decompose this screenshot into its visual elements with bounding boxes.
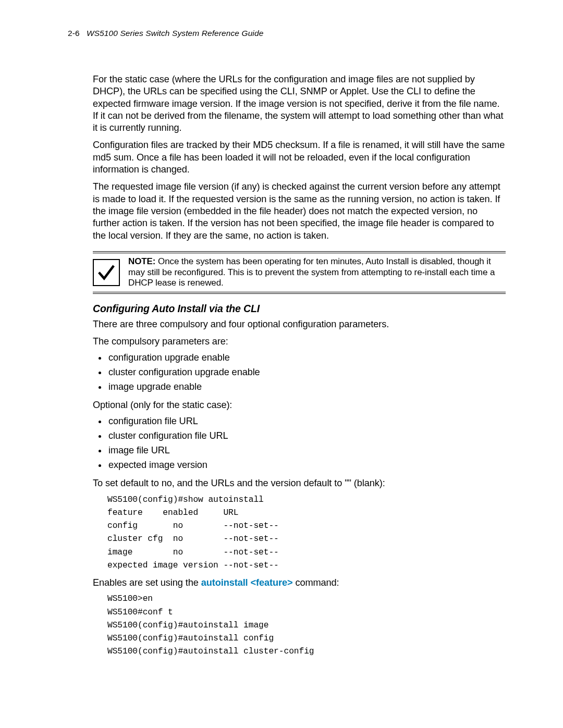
text: Enables are set using the <box>93 577 201 588</box>
paragraph: There are three compulsory and four opti… <box>93 318 506 330</box>
note-text: NOTE: Once the system has been operating… <box>128 256 506 289</box>
note-body: Once the system has been operating for t… <box>128 256 495 288</box>
text: command: <box>293 577 339 588</box>
list-item: cluster configuration upgrade enable <box>107 365 506 379</box>
paragraph: For the static case (where the URLs for … <box>93 73 506 134</box>
list-item: cluster configuration file URL <box>107 428 506 443</box>
check-icon <box>93 259 120 286</box>
paragraph: The compulsory parameters are: <box>93 336 506 348</box>
list-item: configuration upgrade enable <box>107 350 506 365</box>
paragraph: Enables are set using the autoinstall <f… <box>93 577 506 589</box>
page-number: 2-6 <box>68 29 80 38</box>
document-page: 2-6 WS5100 Series Switch System Referenc… <box>0 0 563 728</box>
list-item: expected image version <box>107 458 506 472</box>
note-callout: NOTE: Once the system has been operating… <box>93 251 506 294</box>
paragraph: Configuration files are tracked by their… <box>93 139 506 176</box>
paragraph: The requested image file version (if any… <box>93 181 506 241</box>
list-item: configuration file URL <box>107 414 506 428</box>
running-header: 2-6 WS5100 Series Switch System Referenc… <box>68 29 506 38</box>
page-body: For the static case (where the URLs for … <box>93 73 506 658</box>
cli-output: WS5100>en WS5100#conf t WS5100(config)#a… <box>107 592 506 658</box>
paragraph: Optional (only for the static case): <box>93 399 506 411</box>
note-label: NOTE: <box>128 256 155 266</box>
list-item: image upgrade enable <box>107 379 506 394</box>
paragraph: To set default to no, and the URLs and t… <box>93 477 506 489</box>
compulsory-list: configuration upgrade enable cluster con… <box>93 350 506 394</box>
doc-title: WS5100 Series Switch System Reference Gu… <box>87 29 263 38</box>
cli-output: WS5100(config)#show autoinstall feature … <box>107 493 506 572</box>
list-item: image file URL <box>107 443 506 458</box>
section-heading: Configuring Auto Install via the CLI <box>93 302 506 315</box>
command-reference: autoinstall <feature> <box>201 577 293 588</box>
optional-list: configuration file URL cluster configura… <box>93 414 506 473</box>
